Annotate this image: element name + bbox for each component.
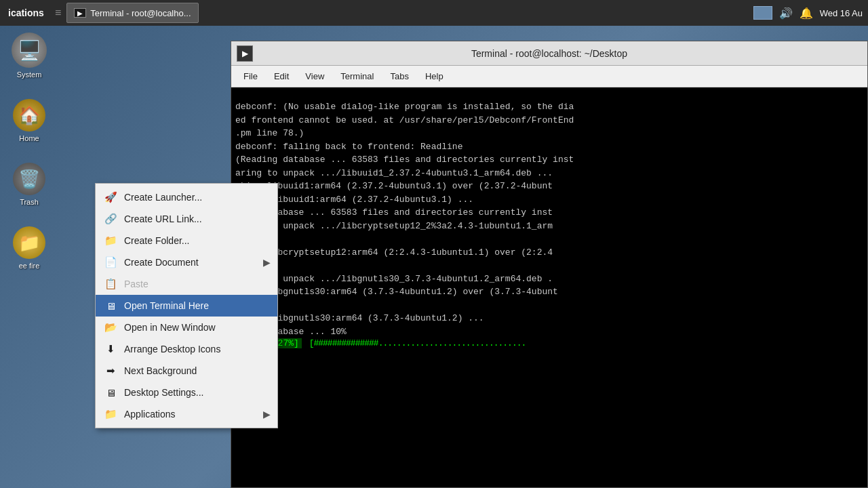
terminal-menu-terminal[interactable]: Terminal <box>334 68 380 84</box>
progress-bar: [##############.........................… <box>304 338 526 348</box>
create-document-submenu-arrow: ▶ <box>263 257 271 268</box>
terminal-line-5: (Reading database ... 63583 files and di… <box>235 155 574 165</box>
applications-icon: 📁 <box>104 407 117 421</box>
terminal-menu-tabs[interactable]: Tabs <box>383 68 415 84</box>
context-menu-create-document-label: Create Document <box>124 257 199 268</box>
terminal-line-6: aring to unpack .../libuuid1_2.37.2-4ubu… <box>235 168 553 178</box>
open-terminal-icon: 🖥 <box>104 299 117 312</box>
terminal-line-15: cking libgnutls30:arm64 (3.7.3-4ubuntu1.… <box>235 287 558 297</box>
context-menu-applications-label: Applications <box>124 409 176 420</box>
context-menu-create-launcher[interactable]: 🚀 Create Launcher... <box>96 186 277 208</box>
trash-icon: 🗑️ <box>13 163 45 195</box>
context-menu-create-folder-label: Create Folder... <box>124 235 190 246</box>
context-menu-applications[interactable]: 📁 Applications ▶ <box>96 403 277 425</box>
terminal-window: ▶ Terminal - root@localhost: ~/Desktop F… <box>231 41 868 488</box>
terminal-menu-view[interactable]: View <box>298 68 331 84</box>
volume-icon[interactable]: 🔊 <box>779 7 793 20</box>
terminal-line-4: debconf: falling back to frontend: Readl… <box>235 142 462 152</box>
home-icon-label: Home <box>19 134 39 142</box>
terminal-line-14: aring to unpack .../libgnutls30_3.7.3-4u… <box>235 274 553 284</box>
context-menu-open-terminal-label: Open Terminal Here <box>124 300 209 311</box>
context-menu-paste-label: Paste <box>124 279 149 289</box>
terminal-title: Terminal - root@localhost: ~/Desktop <box>471 48 627 59</box>
terminal-content[interactable]: debconf: (No usable dialog-like program … <box>231 87 867 487</box>
terminal-line-7: cking libuuid1:arm64 (2.37.2-4ubuntu3.1)… <box>235 181 553 191</box>
folder-icon-label: ee fire <box>19 262 40 270</box>
context-menu-arrange-icons[interactable]: ⬇ Arrange Desktop Icons <box>96 338 277 360</box>
context-menu: 🚀 Create Launcher... 🔗 Create URL Link..… <box>95 183 278 428</box>
terminal-menu-help[interactable]: Help <box>418 68 450 84</box>
terminal-line-2: ed frontend cannot be used. at /usr/shar… <box>235 115 574 125</box>
system-icon: 🖥️ <box>12 33 47 68</box>
context-menu-create-folder[interactable]: 📁 Create Folder... <box>96 230 277 251</box>
terminal-menu-file[interactable]: File <box>237 68 264 84</box>
desktop-icon-system[interactable]: 🖥️ System <box>5 33 53 79</box>
desktop-icons-container: 🖥️ System 🏠 Home 🗑️ Trash 📁 ee fire <box>0 26 58 277</box>
context-menu-open-new-window[interactable]: 📂 Open in New Window <box>96 317 277 338</box>
system-icon-label: System <box>17 70 42 79</box>
trash-icon-label: Trash <box>20 198 39 206</box>
context-menu-create-url[interactable]: 🔗 Create URL Link... <box>96 208 277 230</box>
create-url-icon: 🔗 <box>104 212 117 226</box>
next-background-icon: ➡ <box>104 364 117 378</box>
taskbar-separator: ≡ <box>55 7 61 19</box>
terminal-line-12: cking libcryptsetup12:arm64 (2:2.4.3-1ub… <box>235 247 553 258</box>
folder-icon: 📁 <box>13 226 45 259</box>
taskbar-window-title: Terminal - root@localho... <box>90 8 191 18</box>
context-menu-desktop-settings-label: Desktop Settings... <box>124 387 204 398</box>
create-document-icon: 📄 <box>104 256 117 269</box>
context-menu-next-background[interactable]: ➡ Next Background <box>96 360 277 382</box>
taskbar-appname[interactable]: ications <box>0 7 52 18</box>
taskbar-window-terminal[interactable]: ▶ Terminal - root@localho... <box>66 3 198 23</box>
network-icon <box>753 6 772 20</box>
create-launcher-icon: 🚀 <box>104 190 117 204</box>
context-menu-create-document[interactable]: 📄 Create Document ▶ <box>96 251 277 273</box>
context-menu-desktop-settings[interactable]: 🖥 Desktop Settings... <box>96 382 277 403</box>
context-menu-open-terminal[interactable]: 🖥 Open Terminal Here <box>96 295 277 317</box>
taskbar: ications ≡ ▶ Terminal - root@localho... … <box>0 0 868 26</box>
open-new-window-icon: 📂 <box>104 321 117 334</box>
desktop-icon-home[interactable]: 🏠 Home <box>5 99 53 142</box>
context-menu-create-url-label: Create URL Link... <box>124 214 202 224</box>
terminal-menu-edit[interactable]: Edit <box>267 68 296 84</box>
terminal-line-10: aring to unpack .../libcryptsetup12_2%3a… <box>235 221 553 231</box>
desktop-icon-trash[interactable]: 🗑️ Trash <box>5 163 53 206</box>
context-menu-open-new-window-label: Open in New Window <box>124 322 216 333</box>
terminal-line-1: debconf: (No usable dialog-like program … <box>235 102 574 112</box>
terminal-line-9: ding database ... 63583 files and direct… <box>235 207 553 218</box>
home-icon: 🏠 <box>13 99 45 131</box>
datetime-display: Wed 16 Au <box>820 8 863 18</box>
taskbar-right: 🔊 🔔 Wed 16 Au <box>753 6 868 20</box>
context-menu-paste[interactable]: 📋 Paste <box>96 273 277 295</box>
desktop: ications ≡ ▶ Terminal - root@localho... … <box>0 0 868 488</box>
context-menu-create-launcher-label: Create Launcher... <box>124 192 202 203</box>
create-folder-icon: 📁 <box>104 234 117 247</box>
terminal-line-3: .pm line 78.) <box>235 128 304 138</box>
desktop-icon-folder[interactable]: 📁 ee fire <box>5 226 53 270</box>
terminal-progress-line: ess: [ 27%] [##############.............… <box>235 338 863 348</box>
applications-submenu-arrow: ▶ <box>263 409 271 420</box>
terminal-window-icon: ▶ <box>237 45 253 62</box>
terminal-taskbar-icon: ▶ <box>74 8 86 18</box>
arrange-icons-icon: ⬇ <box>104 342 117 356</box>
terminal-titlebar: ▶ Terminal - root@localhost: ~/Desktop <box>231 41 867 66</box>
desktop-settings-icon: 🖥 <box>104 386 117 399</box>
notification-icon[interactable]: 🔔 <box>800 7 813 20</box>
context-menu-arrange-icons-label: Arrange Desktop Icons <box>124 344 220 354</box>
taskbar-left: ications ≡ ▶ Terminal - root@localho... <box>0 3 753 23</box>
context-menu-next-background-label: Next Background <box>124 365 197 376</box>
terminal-menubar: File Edit View Terminal Tabs Help <box>231 66 867 87</box>
paste-icon: 📋 <box>104 277 117 291</box>
